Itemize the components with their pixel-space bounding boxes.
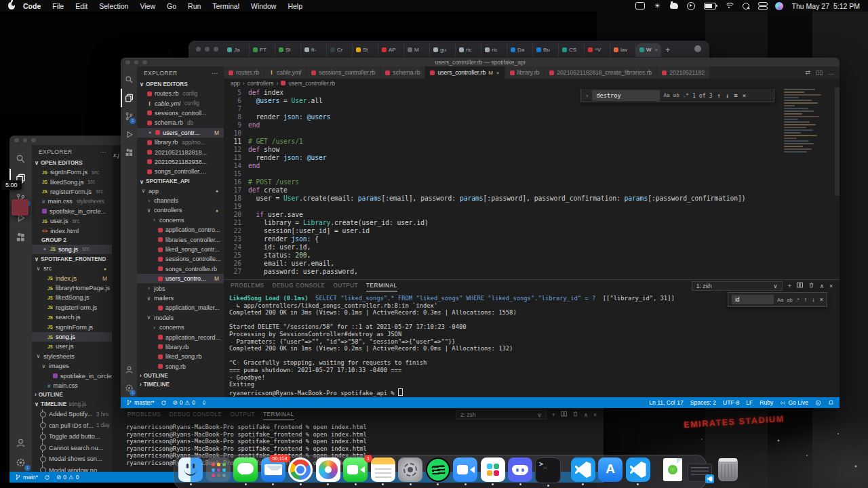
tree-item[interactable]: songs_controller.rb	[137, 264, 224, 274]
search-icon[interactable]	[121, 70, 137, 89]
code-line[interactable]: 7	[224, 105, 840, 113]
browser-tab[interactable]: St	[275, 43, 301, 57]
terminal-find-input[interactable]: id	[732, 295, 774, 304]
browser-tab[interactable]: FT	[250, 43, 275, 57]
tree-item[interactable]: ›concerns	[137, 216, 224, 225]
compare-changes-icon[interactable]: ⇄	[806, 69, 811, 76]
source-control-icon[interactable]: 1	[121, 107, 137, 125]
find-prev-icon[interactable]: ↑	[717, 92, 720, 99]
dock-item-terminal[interactable]	[536, 458, 561, 487]
code-line[interactable]: 26 email: user.email,	[224, 260, 840, 268]
browser-tab[interactable]: lav	[610, 43, 636, 57]
code-line[interactable]: 12def show	[224, 146, 840, 154]
tree-item[interactable]: ›jobs	[137, 283, 224, 293]
dock-item-chrome[interactable]	[288, 458, 313, 485]
find-in-selection-icon[interactable]: ≡	[734, 92, 737, 99]
tree-item[interactable]: ›concerns	[137, 323, 224, 332]
dock-item-photos[interactable]	[316, 458, 340, 485]
open-editor-item[interactable]: ×JSsong.jssrc	[32, 245, 112, 254]
panel-tab-debug-console[interactable]: DEBUG CONSOLE	[273, 280, 326, 291]
browser-tab[interactable]: ric	[481, 43, 507, 57]
tree-item[interactable]: ∨src●	[32, 264, 112, 273]
tree-item[interactable]: JSsignInForm.js	[32, 322, 112, 331]
close-icon[interactable]: ×	[496, 70, 500, 76]
code-line[interactable]: 22 session[:user_id] = user.id	[224, 227, 840, 235]
minimap[interactable]	[784, 89, 834, 161]
open-editor-item[interactable]: schema.rbdb	[137, 118, 224, 127]
dock-item-vscode-2[interactable]	[626, 458, 650, 485]
launch-indicator-icon[interactable]	[201, 400, 207, 406]
account-icon[interactable]	[121, 361, 137, 379]
indentation[interactable]: Spaces: 2	[690, 399, 716, 406]
browser-tab[interactable]: W×	[636, 43, 661, 57]
regex-icon[interactable]: .*	[796, 297, 800, 303]
find-next-icon[interactable]: ↓	[726, 92, 729, 99]
terminal-shell-select[interactable]: 1: zsh∨	[692, 281, 783, 291]
code-line[interactable]: 15	[224, 170, 840, 178]
sync-icon[interactable]	[44, 474, 50, 481]
dock-item-vscode[interactable]	[571, 458, 595, 485]
open-editor-item[interactable]: JSsignInForm.jssrc	[32, 167, 112, 177]
code-line[interactable]: 8 render json: @users	[224, 113, 840, 121]
tree-item[interactable]: spotifake_in_circles...	[32, 371, 112, 380]
tree-item[interactable]: ∨stylesheets	[32, 352, 112, 361]
find-next-icon[interactable]: ↓	[812, 296, 815, 303]
timeline-item[interactable]: Added Spotify...3 hrs	[32, 409, 112, 420]
close-icon[interactable]: ×	[655, 47, 658, 53]
tree-item[interactable]: #main.css	[32, 381, 112, 390]
maximize-panel-icon[interactable]: ∧	[584, 411, 588, 418]
encoding[interactable]: UTF-8	[723, 399, 739, 406]
vscode-window-api[interactable]: users_controller.rb — spotifake_api 1	[121, 58, 840, 408]
match-case-icon[interactable]: Aa	[777, 297, 783, 303]
editor-tab[interactable]: users_controller.rbM×	[425, 66, 505, 79]
find-close-icon[interactable]: ×	[743, 92, 746, 99]
open-editor-item[interactable]: library.rbapp/mo...	[137, 138, 224, 147]
front-traffic-lights[interactable]	[125, 60, 147, 65]
code-line[interactable]: 20 if user.save	[224, 211, 840, 219]
close-icon[interactable]: ×	[147, 129, 153, 136]
sync-icon[interactable]	[161, 400, 167, 406]
tree-item[interactable]: ›channels	[137, 196, 224, 205]
editor-tab[interactable]: sessions_controller.rb	[307, 66, 380, 79]
display-brightness-icon[interactable]: ☀	[654, 2, 661, 9]
menu-item-run[interactable]: Run	[188, 2, 201, 10]
browser-tab[interactable]: ^V	[585, 43, 610, 57]
menu-item-file[interactable]: File	[52, 2, 64, 10]
notifications-bell-icon[interactable]	[828, 399, 834, 406]
code-line[interactable]: 19	[224, 203, 840, 211]
panel-tab-output[interactable]: OUTPUT	[333, 280, 358, 291]
account-icon[interactable]	[9, 433, 32, 453]
code-line[interactable]: 27 password: user.password,	[224, 268, 840, 276]
problems-indicator[interactable]: ⊘0 ⚠0	[173, 399, 195, 406]
panel-tab-terminal[interactable]: TERMINAL	[263, 409, 294, 420]
wifi-icon[interactable]	[725, 3, 734, 9]
tree-item[interactable]: liked_song.rb	[137, 352, 224, 361]
browser-tab[interactable]: Da	[507, 43, 533, 57]
panel-tab-terminal[interactable]: TERMINAL	[366, 280, 397, 291]
tree-item[interactable]: sessions_controlle...	[137, 254, 224, 264]
more-actions-icon[interactable]: ···	[212, 70, 218, 77]
open-editor-item[interactable]: 20210521182818...	[137, 147, 224, 157]
timeline-item[interactable]: Cannot search nu...	[32, 443, 112, 454]
open-editor-item[interactable]: 20210521182938...	[137, 157, 224, 167]
tree-item[interactable]: JSlikedSong.js	[32, 293, 112, 302]
browser-extension-icon[interactable]	[694, 45, 701, 52]
browser-tab[interactable]: ft-	[301, 43, 327, 57]
control-center-icon[interactable]	[758, 2, 766, 9]
tree-item[interactable]: ∨controllers●	[137, 205, 224, 215]
dock-item-messages[interactable]	[233, 458, 258, 485]
front-titlebar[interactable]: users_controller.rb — spotifake_api	[121, 58, 840, 66]
front-open-editors-header[interactable]: ∨OPEN EDITORS	[137, 79, 224, 89]
match-case-icon[interactable]: Aa	[663, 92, 669, 98]
now-playing-icon[interactable]	[687, 2, 695, 10]
code-line[interactable]: 9end	[224, 121, 840, 129]
browser-tab[interactable]: ric	[456, 43, 481, 57]
menu-bar-clock[interactable]: Thu May 27 5:12 PM	[792, 2, 860, 10]
new-terminal-icon[interactable]: +	[788, 283, 791, 289]
tree-item[interactable]: libraries_controller...	[137, 235, 224, 244]
menu-item-selection[interactable]: Selection	[99, 2, 128, 10]
dock-item-discord[interactable]	[508, 458, 532, 485]
dock-item-slack[interactable]	[481, 458, 505, 485]
browser-tab[interactable]: CS	[559, 43, 585, 57]
tree-item[interactable]: JSsong.js	[32, 332, 112, 342]
